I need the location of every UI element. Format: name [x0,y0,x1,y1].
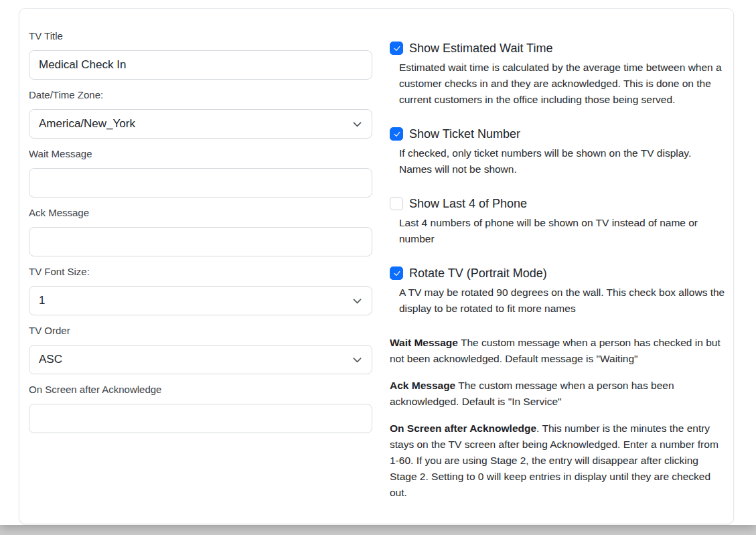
on-screen-after-acknowledge-note-term: On Screen after Acknowledge [390,423,536,434]
chevron-down-icon [352,355,362,365]
on-screen-after-acknowledge-label: On Screen after Acknowledge [29,384,372,396]
tv-order-select[interactable]: ASC [29,345,372,374]
field-on-screen-after-acknowledge: On Screen after Acknowledge [29,384,372,433]
timezone-selected-value: America/New_York [39,117,135,131]
wait-message-label: Wait Message [29,148,372,160]
show-ticket-number-checkbox[interactable] [390,127,403,141]
ack-message-label: Ack Message [29,207,372,219]
field-timezone: Date/Time Zone: America/New_York [29,89,372,139]
tv-font-size-label: TV Font Size: [29,266,372,278]
tv-title-input[interactable] [29,50,372,80]
show-last-4-of-phone-description: Last 4 numbers of phone will be shown on… [399,215,727,247]
tv-font-size-select[interactable]: 1 [29,286,372,315]
form-column: TV Title Date/Time Zone: America/New_Yor… [29,30,372,524]
ack-message-note-term: Ack Message [390,380,455,391]
wait-message-input[interactable] [29,168,372,198]
tv-settings-card: TV Title Date/Time Zone: America/New_Yor… [19,8,734,524]
options-column: Show Estimated Wait Time Estimated wait … [390,30,727,524]
chevron-down-icon [352,296,362,306]
help-notes: Wait Message The custom message when a p… [390,335,727,501]
rotate-tv-description: A TV may be rotated 90 degrees on the wa… [399,285,727,317]
ack-message-note: Ack Message The custom message when a pe… [390,378,727,410]
field-tv-font-size: TV Font Size: 1 [29,266,372,315]
option-show-ticket-number: Show Ticket Number If checked, only tick… [390,126,727,177]
show-ticket-number-label[interactable]: Show Ticket Number [409,126,520,142]
field-tv-title: TV Title [29,30,372,80]
show-estimated-wait-time-checkbox[interactable] [390,42,403,55]
chevron-down-icon [352,119,362,129]
field-wait-message: Wait Message [29,148,372,198]
option-rotate-tv-portrait-mode: Rotate TV (Portrait Mode) A TV may be ro… [390,265,727,317]
ack-message-input[interactable] [29,227,372,256]
timezone-label: Date/Time Zone: [29,89,372,101]
show-last-4-of-phone-label[interactable]: Show Last 4 of Phone [409,196,527,212]
wait-message-note: Wait Message The custom message when a p… [390,335,727,367]
tv-order-label: TV Order [29,325,372,337]
check-icon [392,269,401,278]
timezone-select[interactable]: America/New_York [29,109,372,139]
field-ack-message: Ack Message [29,207,372,256]
option-show-last-4-of-phone: Show Last 4 of Phone Last 4 numbers of p… [390,196,727,247]
on-screen-after-acknowledge-note: On Screen after Acknowledge. This number… [390,421,727,501]
tv-font-size-selected-value: 1 [39,294,45,307]
check-icon [392,44,401,53]
tv-title-label: TV Title [29,30,372,42]
field-tv-order: TV Order ASC [29,325,372,374]
show-estimated-wait-time-description: Estimated wait time is calculated by the… [399,60,727,108]
show-estimated-wait-time-label[interactable]: Show Estimated Wait Time [409,40,552,56]
show-last-4-of-phone-checkbox[interactable] [390,197,403,210]
show-ticket-number-description: If checked, only ticket numbers will be … [399,145,727,177]
option-show-estimated-wait-time: Show Estimated Wait Time Estimated wait … [390,40,727,108]
wait-message-note-term: Wait Message [390,337,458,348]
check-icon [392,130,401,139]
rotate-tv-label[interactable]: Rotate TV (Portrait Mode) [409,265,547,281]
on-screen-after-acknowledge-input[interactable] [29,404,372,433]
rotate-tv-checkbox[interactable] [390,266,403,280]
tv-order-selected-value: ASC [39,353,62,366]
